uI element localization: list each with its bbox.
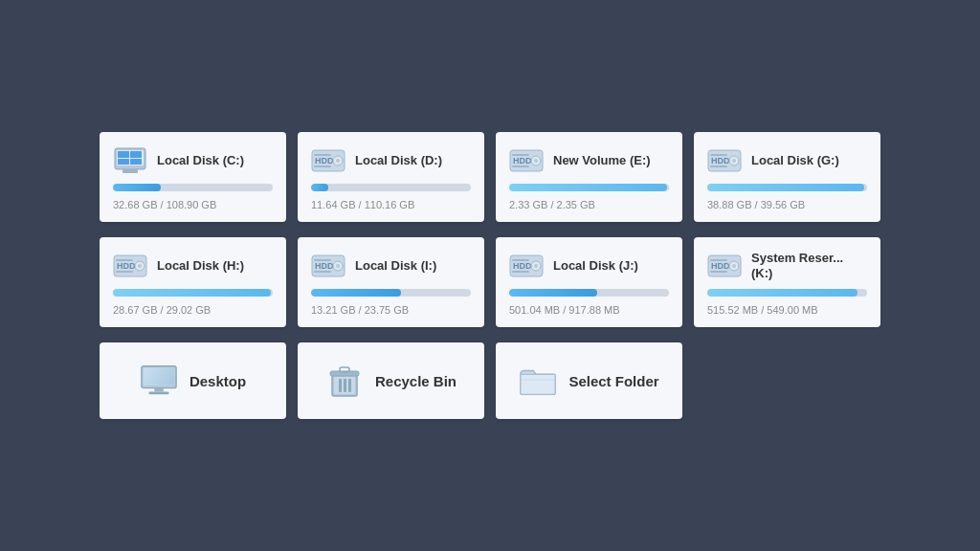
svg-text:HDD: HDD: [315, 261, 334, 271]
special-card-recycle[interactable]: Recycle Bin: [298, 342, 484, 419]
svg-rect-57: [340, 367, 349, 372]
svg-rect-3: [130, 151, 142, 158]
svg-rect-6: [122, 169, 138, 173]
progress-fill-j: [509, 289, 597, 297]
drive-header-h: HDD Local Disk (H:): [113, 251, 273, 281]
svg-point-40: [534, 264, 538, 268]
drive-size-c: 32.68 GB / 108.90 GB: [113, 199, 273, 210]
special-label-folder: Select Folder: [568, 373, 658, 389]
drive-card-k[interactable]: HDD System Reser... (K:) 515.52 MB / 549…: [694, 237, 880, 327]
folder-icon: [519, 364, 557, 398]
drive-card-i[interactable]: HDD Local Disk (I:) 13.21 GB / 23.75 GB: [298, 237, 484, 327]
recycle-icon: [325, 364, 364, 398]
special-card-folder[interactable]: Select Folder: [496, 342, 682, 419]
svg-rect-41: [512, 259, 529, 261]
drive-size-h: 28.67 GB / 29.02 GB: [113, 304, 273, 316]
svg-rect-30: [116, 271, 133, 273]
main-container: Local Disk (C:) 32.68 GB / 108.90 GB HDD…: [80, 113, 900, 438]
drive-name-k: System Reser... (K:): [751, 251, 867, 280]
drive-grid-row1: Local Disk (C:) 32.68 GB / 108.90 GB HDD…: [100, 132, 880, 222]
hdd-icon-i: HDD: [311, 251, 345, 281]
svg-rect-29: [116, 259, 133, 261]
drive-card-j[interactable]: HDD Local Disk (J:) 501.04 MB / 917.88 M…: [496, 237, 682, 327]
progress-bg-k: [707, 289, 867, 297]
hdd-icon-d: HDD: [311, 145, 345, 176]
svg-point-10: [336, 159, 340, 163]
drive-card-h[interactable]: HDD Local Disk (H:) 28.67 GB / 29.02 GB: [100, 237, 286, 327]
drive-name-h: Local Disk (H:): [157, 258, 244, 274]
special-grid: Desktop Recycle Bin Select Folder: [100, 342, 880, 419]
svg-text:HDD: HDD: [117, 261, 136, 271]
progress-bg-i: [311, 289, 471, 297]
svg-text:HDD: HDD: [711, 156, 730, 165]
drive-header-d: HDD Local Disk (D:): [311, 145, 471, 176]
drive-header-k: HDD System Reser... (K:): [707, 251, 867, 281]
progress-bg-c: [113, 184, 273, 191]
progress-fill-i: [311, 289, 401, 297]
svg-rect-12: [314, 165, 331, 167]
svg-text:HDD: HDD: [315, 156, 334, 165]
drive-name-e: New Volume (E:): [553, 153, 651, 168]
drive-name-i: Local Disk (I:): [355, 258, 436, 274]
progress-fill-d: [311, 184, 328, 191]
drive-header-g: HDD Local Disk (G:): [707, 145, 867, 176]
drive-name-g: Local Disk (G:): [751, 153, 839, 168]
drive-size-e: 2.33 GB / 2.35 GB: [509, 199, 669, 210]
svg-point-34: [336, 264, 340, 268]
special-label-recycle: Recycle Bin: [375, 373, 457, 389]
progress-bg-g: [707, 184, 867, 191]
svg-rect-48: [710, 271, 727, 273]
hdd-icon-h: HDD: [113, 251, 147, 281]
svg-rect-17: [512, 154, 529, 156]
special-card-desktop[interactable]: Desktop: [100, 342, 286, 419]
svg-point-28: [138, 264, 142, 268]
svg-rect-2: [118, 151, 129, 158]
progress-fill-h: [113, 289, 271, 297]
svg-point-16: [534, 159, 538, 163]
hdd-icon-c: [113, 145, 147, 176]
svg-text:HDD: HDD: [711, 261, 730, 271]
drive-size-d: 11.64 GB / 110.16 GB: [311, 199, 471, 210]
drive-name-j: Local Disk (J:): [553, 258, 638, 274]
drive-card-c[interactable]: Local Disk (C:) 32.68 GB / 108.90 GB: [100, 132, 286, 222]
drive-card-g[interactable]: HDD Local Disk (G:) 38.88 GB / 39.56 GB: [694, 132, 880, 222]
svg-rect-35: [314, 259, 331, 261]
svg-rect-18: [512, 165, 529, 167]
drive-size-i: 13.21 GB / 23.75 GB: [311, 304, 471, 316]
svg-rect-11: [314, 154, 331, 156]
drive-size-j: 501.04 MB / 917.88 MB: [509, 304, 669, 316]
hdd-icon-k: HDD: [707, 251, 742, 281]
hdd-icon-j: HDD: [509, 251, 544, 281]
svg-rect-47: [710, 259, 727, 261]
drive-size-k: 515.52 MB / 549.00 MB: [707, 304, 867, 316]
progress-fill-g: [707, 184, 864, 191]
hdd-icon-e: HDD: [509, 145, 544, 176]
desktop-icon: [140, 364, 178, 398]
svg-rect-23: [710, 154, 727, 156]
svg-rect-5: [130, 159, 142, 165]
progress-bg-h: [113, 289, 273, 297]
svg-rect-42: [512, 271, 529, 273]
drive-name-c: Local Disk (C:): [157, 153, 244, 168]
svg-rect-60: [348, 379, 351, 392]
hdd-icon-g: HDD: [707, 145, 742, 176]
svg-point-22: [732, 159, 736, 163]
drive-card-e[interactable]: HDD New Volume (E:) 2.33 GB / 2.35 GB: [496, 132, 682, 222]
progress-bg-j: [509, 289, 669, 297]
svg-rect-52: [154, 388, 164, 392]
svg-text:HDD: HDD: [513, 261, 532, 271]
drive-header-c: Local Disk (C:): [113, 145, 273, 176]
svg-rect-24: [710, 165, 727, 167]
svg-point-46: [732, 264, 736, 268]
svg-rect-59: [344, 379, 346, 392]
drive-header-j: HDD Local Disk (J:): [509, 251, 669, 281]
drive-grid-row2: HDD Local Disk (H:) 28.67 GB / 29.02 GB …: [100, 237, 880, 327]
progress-bg-e: [509, 184, 669, 191]
special-label-desktop: Desktop: [189, 373, 246, 389]
svg-rect-36: [314, 271, 331, 273]
svg-rect-58: [339, 379, 342, 392]
drive-size-g: 38.88 GB / 39.56 GB: [707, 199, 867, 210]
drive-card-d[interactable]: HDD Local Disk (D:) 11.64 GB / 110.16 GB: [298, 132, 484, 222]
svg-rect-4: [118, 159, 129, 165]
drive-header-e: HDD New Volume (E:): [509, 145, 669, 176]
